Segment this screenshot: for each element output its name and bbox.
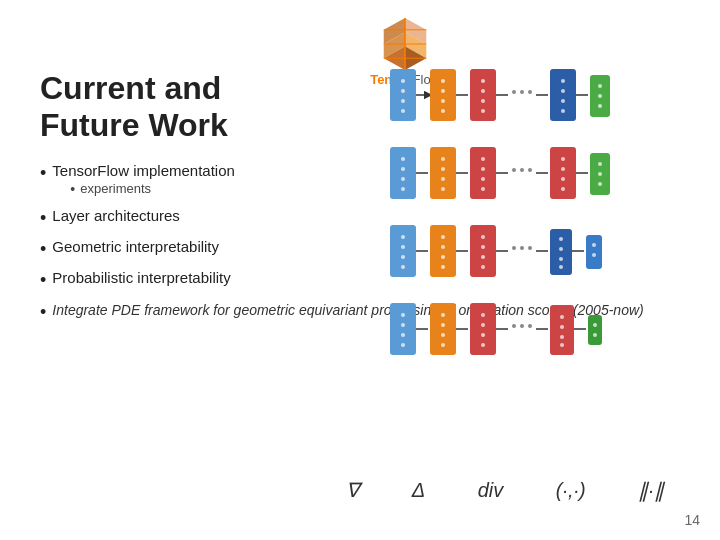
math-symbol-nabla: ∇ <box>346 478 359 502</box>
slide: TensorFlow Current and Future Work • Ten… <box>0 0 720 540</box>
svg-point-62 <box>528 168 532 172</box>
svg-point-121 <box>481 343 485 347</box>
bullet-icon: • <box>40 207 46 230</box>
svg-point-19 <box>441 99 445 103</box>
svg-point-58 <box>481 187 485 191</box>
sub-list: • experiments <box>52 181 235 197</box>
svg-point-87 <box>481 235 485 239</box>
svg-point-90 <box>481 265 485 269</box>
math-symbols-row: ∇ Δ div (·,·) ‖·‖ <box>310 478 700 502</box>
svg-point-92 <box>512 246 516 250</box>
svg-point-73 <box>598 182 602 186</box>
svg-point-81 <box>441 235 445 239</box>
svg-point-52 <box>441 187 445 191</box>
nn-diagrams-area <box>390 60 700 440</box>
svg-point-61 <box>520 168 524 172</box>
svg-rect-117 <box>470 303 496 355</box>
svg-point-123 <box>512 324 516 328</box>
svg-point-100 <box>559 265 563 269</box>
svg-point-120 <box>481 333 485 337</box>
svg-point-118 <box>481 313 485 317</box>
svg-rect-111 <box>430 303 456 355</box>
svg-point-25 <box>481 99 485 103</box>
svg-point-26 <box>481 109 485 113</box>
svg-point-107 <box>401 323 405 327</box>
svg-point-66 <box>561 167 565 171</box>
svg-point-124 <box>520 324 524 328</box>
svg-point-97 <box>559 237 563 241</box>
svg-rect-133 <box>588 315 602 345</box>
svg-point-28 <box>512 90 516 94</box>
bullet-icon: • <box>40 238 46 261</box>
bullet-text: Geometric interpretability <box>52 238 219 255</box>
svg-point-36 <box>561 109 565 113</box>
svg-point-60 <box>512 168 516 172</box>
svg-point-39 <box>598 84 602 88</box>
bullet-icon: • <box>40 301 46 324</box>
svg-point-44 <box>401 167 405 171</box>
svg-point-14 <box>401 109 405 113</box>
sub-list-item: • experiments <box>70 181 235 197</box>
svg-point-20 <box>441 109 445 113</box>
svg-point-35 <box>561 99 565 103</box>
svg-point-23 <box>481 79 485 83</box>
svg-rect-74 <box>390 225 416 277</box>
svg-point-88 <box>481 245 485 249</box>
svg-point-134 <box>593 323 597 327</box>
svg-point-89 <box>481 255 485 259</box>
svg-point-13 <box>401 99 405 103</box>
svg-point-77 <box>401 255 405 259</box>
svg-point-94 <box>528 246 532 250</box>
svg-point-99 <box>559 257 563 261</box>
svg-point-12 <box>401 89 405 93</box>
svg-point-76 <box>401 245 405 249</box>
bullet-text: Layer architectures <box>52 207 180 224</box>
svg-rect-80 <box>430 225 456 277</box>
svg-rect-32 <box>550 69 576 121</box>
svg-point-29 <box>520 90 524 94</box>
svg-point-57 <box>481 177 485 181</box>
svg-point-128 <box>560 315 564 319</box>
svg-point-78 <box>401 265 405 269</box>
svg-point-112 <box>441 313 445 317</box>
svg-point-33 <box>561 79 565 83</box>
svg-point-55 <box>481 157 485 161</box>
svg-point-98 <box>559 247 563 251</box>
svg-point-131 <box>560 343 564 347</box>
svg-point-46 <box>401 187 405 191</box>
bullet-text: Probabilistic interpretability <box>52 269 230 286</box>
svg-point-67 <box>561 177 565 181</box>
bullet-text: TensorFlow implementation <box>52 162 235 179</box>
svg-point-51 <box>441 177 445 181</box>
svg-point-113 <box>441 323 445 327</box>
nn-diagram-row3 <box>390 216 690 288</box>
svg-point-50 <box>441 167 445 171</box>
svg-rect-10 <box>390 69 416 121</box>
svg-point-41 <box>598 104 602 108</box>
svg-point-11 <box>401 79 405 83</box>
svg-point-65 <box>561 157 565 161</box>
nn-diagram-row4 <box>390 294 690 366</box>
math-symbol-delta: Δ <box>412 479 425 502</box>
svg-rect-102 <box>586 235 602 269</box>
svg-point-84 <box>441 265 445 269</box>
svg-point-17 <box>441 79 445 83</box>
svg-point-135 <box>593 333 597 337</box>
svg-point-109 <box>401 343 405 347</box>
svg-point-68 <box>561 187 565 191</box>
svg-point-56 <box>481 167 485 171</box>
svg-point-108 <box>401 333 405 337</box>
svg-point-24 <box>481 89 485 93</box>
svg-point-72 <box>598 172 602 176</box>
svg-point-119 <box>481 323 485 327</box>
bullet-icon: • <box>40 162 46 185</box>
sub-bullet-icon: • <box>70 181 75 197</box>
svg-rect-16 <box>430 69 456 121</box>
svg-point-125 <box>528 324 532 328</box>
svg-point-49 <box>441 157 445 161</box>
svg-point-93 <box>520 246 524 250</box>
svg-point-18 <box>441 89 445 93</box>
svg-rect-22 <box>470 69 496 121</box>
svg-point-115 <box>441 343 445 347</box>
svg-rect-48 <box>430 147 456 199</box>
